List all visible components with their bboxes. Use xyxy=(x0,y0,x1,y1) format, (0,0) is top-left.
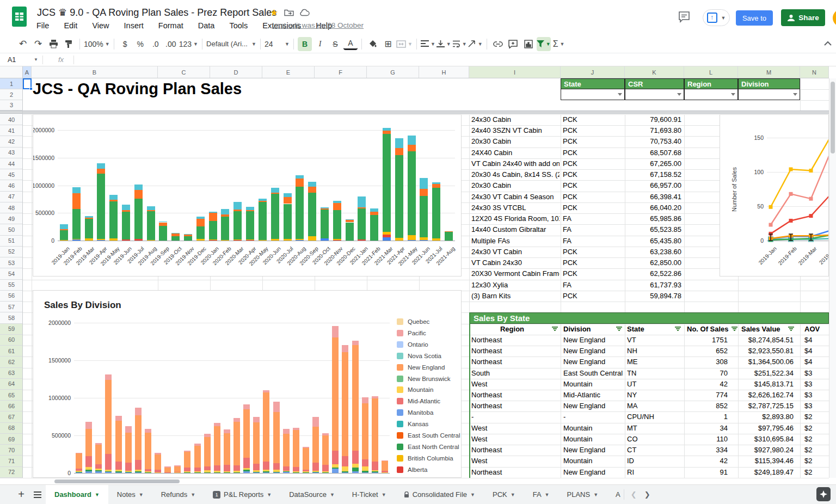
product-value-cell[interactable]: 68,507.68 xyxy=(626,147,681,158)
spreadsheet-grid[interactable]: JCS - QA Roving Plan SalesStateCSRRegion… xyxy=(23,78,829,478)
state-table-cell[interactable]: $2 xyxy=(804,445,829,456)
state-table-cell[interactable]: $4 xyxy=(804,357,829,367)
chart-sales-by-division[interactable]: Sales By Division20000001500000100000050… xyxy=(33,290,462,478)
horizontal-scrollbar[interactable] xyxy=(0,478,829,484)
row-header-67[interactable]: 67 xyxy=(0,411,23,422)
insert-chart-icon[interactable] xyxy=(521,37,536,51)
state-table-cell[interactable]: $2 xyxy=(804,411,829,422)
share-button[interactable]: Share xyxy=(781,9,825,26)
menu-edit[interactable]: Edit xyxy=(63,20,78,31)
product-name-cell[interactable]: 20x30 4s Cabin, 8x14 SS. (2) xyxy=(471,169,560,180)
product-value-cell[interactable]: 66,398.41 xyxy=(626,192,681,202)
state-table-cell[interactable]: $2 xyxy=(804,467,829,478)
name-box-caret-icon[interactable]: ▼ xyxy=(34,57,38,62)
italic-button[interactable]: I xyxy=(313,37,327,51)
google-sheets-logo-icon[interactable] xyxy=(12,7,27,27)
row-header-69[interactable]: 69 xyxy=(0,434,23,445)
state-table-cell[interactable]: West xyxy=(471,423,558,434)
state-table-cell[interactable]: 1 xyxy=(687,411,728,422)
filter-icon[interactable] xyxy=(616,327,622,332)
column-header-D[interactable]: D xyxy=(210,66,262,78)
filter-dropdown-state[interactable] xyxy=(561,89,625,100)
column-header-G[interactable]: G xyxy=(367,66,419,78)
state-table-cell[interactable]: 774 xyxy=(687,390,728,401)
row-header-50[interactable]: 50 xyxy=(0,224,23,235)
sheet-tab-p-l-reports[interactable]: 1P&L Reports▼ xyxy=(204,485,280,504)
state-table-cell[interactable]: 308 xyxy=(687,357,728,367)
state-table-cell[interactable]: $927,980.24 xyxy=(729,445,794,456)
product-value-cell[interactable]: 70,753.40 xyxy=(626,136,681,147)
state-table-cell[interactable]: New England xyxy=(563,335,623,346)
row-header-72[interactable]: 72 xyxy=(0,467,23,478)
insert-link-icon[interactable] xyxy=(491,37,505,51)
product-type-cell[interactable]: PCK xyxy=(563,114,595,125)
paint-format-icon[interactable] xyxy=(62,37,76,51)
column-header-K[interactable]: K xyxy=(625,66,684,78)
state-table-cell[interactable]: 70 xyxy=(687,368,728,379)
state-table-cell[interactable]: New England xyxy=(563,346,623,357)
show-all-comments-icon[interactable] xyxy=(678,11,690,25)
product-name-cell[interactable]: 24x30 VT Cabin xyxy=(471,247,560,257)
state-table-cell[interactable]: 42 xyxy=(687,456,728,466)
state-table-cell[interactable]: 91 xyxy=(687,467,728,478)
column-header-C[interactable]: C xyxy=(158,66,210,78)
state-table-cell[interactable]: $2,923,550.81 xyxy=(729,346,794,357)
sheet-tab-notes[interactable]: Notes▼ xyxy=(108,485,152,504)
state-table-cell[interactable]: $2,626,162.74 xyxy=(729,390,794,401)
menu-view[interactable]: View xyxy=(91,20,109,31)
text-color-button[interactable]: A xyxy=(343,38,358,50)
state-table-cell[interactable]: Northeast xyxy=(471,357,558,367)
menu-data[interactable]: Data xyxy=(198,20,216,31)
state-table-cell[interactable]: $8,274,854.51 xyxy=(729,335,794,346)
row-header-42[interactable]: 42 xyxy=(0,136,23,147)
state-table-cell[interactable]: MT xyxy=(627,423,679,434)
row-header-61[interactable]: 61 xyxy=(0,346,23,357)
state-table-cell[interactable]: VT xyxy=(627,335,679,346)
product-value-cell[interactable]: 62,522.86 xyxy=(626,268,681,279)
row-header-44[interactable]: 44 xyxy=(0,158,23,169)
state-table-cell[interactable]: ID xyxy=(627,456,679,466)
state-table-cell[interactable]: East South Central xyxy=(563,368,623,379)
text-rotation-icon[interactable]: ▼ xyxy=(468,37,483,51)
state-table-header-aov[interactable]: AOV xyxy=(804,324,829,335)
select-all-corner[interactable] xyxy=(0,66,23,78)
product-value-cell[interactable]: 65,435.80 xyxy=(626,236,681,247)
state-table-cell[interactable]: MA xyxy=(627,401,679,411)
sheet-tab-datasource[interactable]: DataSource▼ xyxy=(280,485,343,504)
row-header-48[interactable]: 48 xyxy=(0,202,23,213)
row-header-43[interactable]: 43 xyxy=(0,147,23,158)
state-table-cell[interactable]: 1751 xyxy=(687,335,728,346)
explore-icon[interactable] xyxy=(816,487,831,501)
state-table-cell[interactable]: Northeast xyxy=(471,390,558,401)
state-table-header-region[interactable]: Region xyxy=(471,324,553,335)
state-table-cell[interactable]: West xyxy=(471,456,558,466)
product-value-cell[interactable]: 65,985.86 xyxy=(626,213,681,224)
product-value-cell[interactable]: 61,737.93 xyxy=(626,280,681,291)
product-value-cell[interactable]: 66,040.20 xyxy=(626,202,681,213)
name-box[interactable]: A1 xyxy=(0,56,34,64)
row-header-66[interactable]: 66 xyxy=(0,401,23,411)
product-type-cell[interactable]: PCK xyxy=(563,268,595,279)
menu-tools[interactable]: Tools xyxy=(229,20,248,31)
filter-dropdown-csr[interactable] xyxy=(625,89,684,100)
undo-icon[interactable]: ↶ xyxy=(16,37,30,51)
row-header-40[interactable]: 40 xyxy=(0,114,23,125)
state-table-header-no-of-sales[interactable]: No. Of Sales xyxy=(687,324,730,335)
product-type-cell[interactable]: PCK xyxy=(563,180,595,191)
product-type-cell[interactable]: PCK xyxy=(563,291,595,302)
product-value-cell[interactable]: 63,238.60 xyxy=(626,247,681,257)
product-type-cell[interactable]: FA xyxy=(563,280,595,291)
state-table-cell[interactable]: $3 xyxy=(804,368,829,379)
product-name-cell[interactable]: 24x30 VT Cabin 4 Season xyxy=(471,192,560,202)
state-table-cell[interactable]: $249,189.47 xyxy=(729,467,794,478)
product-value-cell[interactable]: 66,957.00 xyxy=(626,180,681,191)
fill-color-icon[interactable] xyxy=(366,37,380,51)
state-table-cell[interactable]: $2 xyxy=(804,423,829,434)
row-header-59[interactable]: 59 xyxy=(0,324,23,335)
product-value-cell[interactable]: 67,158.52 xyxy=(626,169,681,180)
row-headers[interactable]: 1234041424344454647484950515253545556575… xyxy=(0,78,23,478)
state-table-cell[interactable]: $2 xyxy=(804,434,829,445)
cloud-status-icon[interactable] xyxy=(299,8,310,19)
product-name-cell[interactable]: 24x40 3SZN VT Cabin xyxy=(471,125,560,136)
state-table-cell[interactable]: $3 xyxy=(804,390,829,401)
